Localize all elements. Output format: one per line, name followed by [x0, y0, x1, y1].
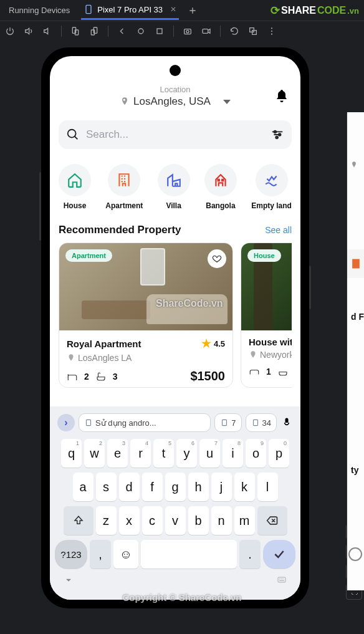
card-title: House with G — [249, 337, 292, 347]
reload-icon[interactable] — [229, 26, 239, 36]
category-bangola[interactable]: Bangola — [204, 164, 237, 210]
tab-running-devices[interactable]: Running Devices — [6, 2, 72, 19]
suggestion-chip[interactable]: 7 — [214, 413, 241, 432]
category-label: Bangola — [206, 201, 235, 210]
mid-watermark: ShareCode.vn — [156, 298, 223, 309]
key-d[interactable]: d — [119, 473, 140, 501]
suggestion-chip[interactable]: 34 — [246, 413, 277, 432]
mic-icon[interactable] — [280, 416, 293, 429]
more-icon[interactable] — [267, 26, 277, 36]
key-z[interactable]: z — [96, 506, 117, 535]
card-tag: House — [247, 249, 281, 262]
key-v[interactable]: v — [165, 506, 186, 535]
volume-down-icon[interactable] — [42, 26, 52, 36]
key-e[interactable]: e3 — [107, 439, 128, 468]
location-selector[interactable]: LosAngles, USA — [120, 95, 231, 108]
backspace-key[interactable] — [257, 506, 287, 535]
recommended-title: Recommended Property — [59, 224, 181, 236]
record-icon[interactable] — [201, 26, 211, 36]
key-k[interactable]: k — [234, 473, 255, 501]
category-house[interactable]: House — [59, 164, 91, 210]
key-m[interactable]: m — [234, 506, 255, 535]
favorite-button[interactable] — [208, 249, 226, 268]
key-o[interactable]: o9 — [246, 439, 266, 468]
key-n[interactable]: n — [211, 506, 232, 535]
key-s[interactable]: s — [96, 473, 117, 501]
svg-rect-0 — [86, 5, 91, 13]
category-empty-land[interactable]: Empty land — [251, 164, 292, 210]
volume-up-icon[interactable] — [24, 26, 34, 36]
key-q[interactable]: q1 — [61, 439, 82, 468]
enter-key[interactable] — [263, 540, 295, 569]
card-rating: ★4.5 — [201, 337, 225, 350]
search-placeholder: Search... — [86, 128, 264, 141]
search-input[interactable]: Search... — [59, 120, 292, 149]
nav-back-icon[interactable] — [117, 26, 127, 36]
key-u[interactable]: u7 — [199, 439, 220, 468]
key-a[interactable]: a — [73, 473, 93, 501]
add-tab-icon[interactable] — [188, 6, 198, 16]
paste-icon — [220, 418, 229, 427]
key-x[interactable]: x — [119, 506, 140, 535]
comma-key[interactable]: , — [90, 540, 111, 569]
svg-rect-22 — [253, 420, 257, 425]
pin-icon — [67, 353, 75, 362]
shift-key[interactable] — [64, 506, 93, 535]
check-icon — [273, 548, 285, 560]
key-c[interactable]: c — [142, 506, 163, 535]
nav-home-icon[interactable] — [136, 26, 146, 36]
svg-rect-9 — [203, 29, 208, 34]
ide-toolbar — [0, 21, 364, 41]
emoji-key[interactable]: ☺ — [113, 540, 138, 569]
pin-icon — [120, 97, 130, 107]
filter-icon[interactable] — [271, 128, 284, 142]
key-t[interactable]: t5 — [153, 439, 174, 468]
backspace-icon — [266, 514, 279, 527]
pin-icon — [350, 161, 358, 170]
period-key[interactable]: . — [239, 540, 261, 569]
power-icon[interactable] — [5, 26, 15, 36]
close-tab[interactable]: ✕ — [170, 5, 176, 14]
sharecode-watermark: ⟳ SHARECODE.vn — [271, 4, 359, 17]
rotate-right-icon[interactable] — [89, 26, 99, 36]
rotate-left-icon[interactable] — [70, 26, 80, 36]
apartment-icon — [116, 172, 132, 188]
property-card[interactable]: House House with G Newyork 1 2 — [241, 243, 292, 388]
key-r[interactable]: r4 — [130, 439, 151, 468]
keyboard-options-icon[interactable] — [277, 575, 287, 585]
land-icon — [264, 172, 280, 188]
suggestion-chip[interactable]: Sử dụng andro... — [79, 413, 211, 432]
key-j[interactable]: j — [211, 473, 232, 501]
svg-rect-6 — [157, 29, 162, 34]
category-villa[interactable]: Villa — [158, 164, 190, 210]
key-l[interactable]: l — [257, 473, 278, 501]
key-f[interactable]: f — [142, 473, 163, 501]
star-icon: ★ — [201, 337, 211, 350]
device-icon — [84, 4, 93, 14]
screenshot-icon[interactable] — [183, 26, 193, 36]
key-p[interactable]: p0 — [269, 439, 289, 468]
price: $1500 — [190, 369, 225, 383]
space-key[interactable] — [141, 540, 237, 569]
svg-point-8 — [186, 31, 189, 33]
expand-suggestions[interactable]: › — [57, 414, 75, 431]
collapse-keyboard-icon[interactable] — [64, 575, 74, 585]
key-w[interactable]: w2 — [84, 439, 105, 468]
key-h[interactable]: h — [188, 473, 209, 501]
bed-icon — [249, 366, 260, 377]
layers-icon[interactable] — [248, 26, 258, 36]
nav-overview-icon[interactable] — [155, 26, 165, 36]
key-y[interactable]: y6 — [176, 439, 197, 468]
property-card[interactable]: Apartment Royal Apartment ★4.5 LosAngles… — [59, 243, 233, 388]
key-i[interactable]: i8 — [223, 439, 243, 468]
category-label: Villa — [166, 201, 181, 210]
category-apartment[interactable]: Apartment — [105, 164, 143, 210]
see-all-link[interactable]: See all — [265, 225, 292, 235]
key-g[interactable]: g — [165, 473, 186, 501]
symbols-key[interactable]: ?123 — [55, 540, 87, 569]
category-label: House — [64, 201, 87, 210]
bell-icon[interactable] — [274, 89, 289, 103]
key-b[interactable]: b — [188, 506, 209, 535]
svg-point-16 — [68, 130, 76, 138]
tab-pixel7[interactable]: Pixel 7 Pro API 33 ✕ — [81, 1, 179, 20]
